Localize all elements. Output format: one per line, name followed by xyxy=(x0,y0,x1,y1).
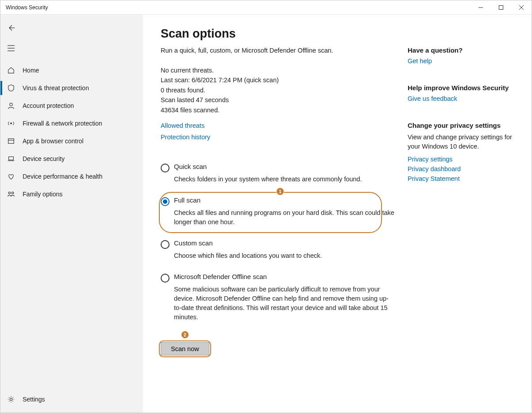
svg-rect-12 xyxy=(9,157,14,160)
family-icon xyxy=(7,190,15,199)
sidebar-item-label: Home xyxy=(23,67,39,74)
minimize-button[interactable] xyxy=(470,1,491,14)
radio-full-scan[interactable]: 1 Full scan Checks all files and running… xyxy=(161,196,400,227)
status-last-scan: Last scan: 6/6/2021 7:24 PM (quick scan) xyxy=(161,75,400,85)
svg-point-9 xyxy=(11,123,12,124)
protection-history-link[interactable]: Protection history xyxy=(161,134,400,141)
aside-improve-heading: Help improve Windows Security xyxy=(408,84,514,92)
radio-label: Full scan xyxy=(174,196,400,204)
sidebar-item-label: Virus & threat protection xyxy=(23,84,89,92)
annotation-badge-1: 1 xyxy=(276,187,284,195)
home-icon xyxy=(7,66,15,75)
app-icon xyxy=(7,137,15,145)
sidebar-item-label: Device security xyxy=(23,155,65,162)
feedback-link[interactable]: Give us feedback xyxy=(408,95,514,102)
sidebar-item-virus-threat[interactable]: Virus & threat protection xyxy=(0,79,143,97)
radio-desc: Choose which files and locations you wan… xyxy=(174,251,400,260)
get-help-link[interactable]: Get help xyxy=(408,57,514,65)
svg-point-15 xyxy=(12,192,14,194)
back-button[interactable] xyxy=(2,19,20,37)
heart-icon xyxy=(7,172,15,181)
allowed-threats-link[interactable]: Allowed threats xyxy=(161,122,400,129)
sidebar-item-label: Family options xyxy=(23,191,62,198)
radio-custom-scan[interactable]: Custom scan Choose which files and locat… xyxy=(161,239,400,260)
svg-rect-10 xyxy=(8,139,14,144)
sidebar-item-label: Firewall & network protection xyxy=(23,120,102,127)
radio-desc: Checks folders in your system where thre… xyxy=(174,175,400,184)
aside: Have a question? Get help Help improve W… xyxy=(408,27,514,413)
annotation-badge-2: 2 xyxy=(181,331,189,339)
close-button[interactable] xyxy=(511,1,532,14)
radio-label: Microsoft Defender Offline scan xyxy=(174,273,400,280)
sidebar-item-label: Settings xyxy=(23,396,45,403)
page-subtitle: Run a quick, full, custom, or Microsoft … xyxy=(161,47,400,54)
svg-point-8 xyxy=(10,103,12,106)
sidebar-item-firewall[interactable]: Firewall & network protection xyxy=(0,115,143,132)
broadcast-icon xyxy=(7,119,15,128)
radio-offline-scan[interactable]: Microsoft Defender Offline scan Some mal… xyxy=(161,273,400,322)
status-duration: Scan lasted 47 seconds xyxy=(161,95,400,105)
radio-label: Custom scan xyxy=(174,239,400,247)
radio-button[interactable] xyxy=(161,197,170,206)
sidebar-item-label: Device performance & health xyxy=(23,173,103,180)
radio-button[interactable] xyxy=(161,164,170,172)
sidebar-item-device-security[interactable]: Device security xyxy=(0,150,143,168)
radio-button[interactable] xyxy=(161,240,170,249)
sidebar-item-label: Account protection xyxy=(23,102,74,109)
svg-rect-1 xyxy=(499,5,503,9)
sidebar-item-settings[interactable]: Settings xyxy=(0,390,143,408)
window-title: Windows Security xyxy=(6,4,48,11)
laptop-icon xyxy=(7,154,15,163)
sidebar-item-family[interactable]: Family options xyxy=(0,185,143,203)
aside-question-heading: Have a question? xyxy=(408,46,514,54)
radio-button[interactable] xyxy=(161,274,170,283)
maximize-button[interactable] xyxy=(491,1,511,14)
privacy-settings-link[interactable]: Privacy settings xyxy=(408,156,514,163)
status-no-threats: No current threats. xyxy=(161,65,400,75)
gear-icon xyxy=(7,395,15,404)
radio-desc: Some malicious software can be particula… xyxy=(174,285,400,322)
radio-desc: Checks all files and running programs on… xyxy=(174,208,400,227)
sidebar-item-label: App & browser control xyxy=(23,138,84,145)
radio-quick-scan[interactable]: Quick scan Checks folders in your system… xyxy=(161,163,400,184)
page-title: Scan options xyxy=(161,27,400,41)
sidebar: Home Virus & threat protection Account p… xyxy=(0,15,143,413)
shield-icon xyxy=(7,84,15,92)
sidebar-item-app-browser[interactable]: App & browser control xyxy=(0,132,143,150)
content: Scan options Run a quick, full, custom, … xyxy=(143,15,532,413)
sidebar-item-device-performance[interactable]: Device performance & health xyxy=(0,168,143,185)
person-icon xyxy=(7,101,15,110)
sidebar-item-home[interactable]: Home xyxy=(0,61,143,79)
hamburger-button[interactable] xyxy=(2,39,20,57)
aside-privacy-text: View and change privacy settings for you… xyxy=(408,133,514,151)
scan-now-button[interactable]: Scan now xyxy=(161,342,209,356)
svg-point-16 xyxy=(10,398,12,400)
privacy-statement-link[interactable]: Privacy Statement xyxy=(408,175,514,182)
sidebar-item-account[interactable]: Account protection xyxy=(0,97,143,115)
privacy-dashboard-link[interactable]: Privacy dashboard xyxy=(408,165,514,172)
radio-label: Quick scan xyxy=(174,163,400,170)
status-threats-found: 0 threats found. xyxy=(161,85,400,95)
titlebar: Windows Security xyxy=(0,0,532,15)
aside-privacy-heading: Change your privacy settings xyxy=(408,122,514,129)
svg-point-14 xyxy=(8,192,11,194)
status-files-scanned: 43634 files scanned. xyxy=(161,105,400,115)
